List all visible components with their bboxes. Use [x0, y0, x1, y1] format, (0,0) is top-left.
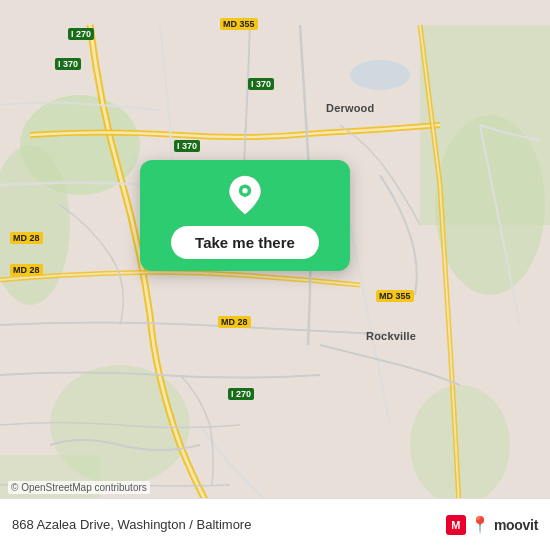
- bottom-bar: 868 Azalea Drive, Washington / Baltimore…: [0, 498, 550, 550]
- svg-point-4: [435, 115, 545, 295]
- i370-top-left-label: I 370: [55, 58, 81, 70]
- md28-left2-label: MD 28: [10, 264, 43, 276]
- take-me-there-button[interactable]: Take me there: [171, 226, 319, 259]
- popup-card: Take me there: [140, 160, 350, 271]
- moovit-brand-text: moovit: [494, 517, 538, 533]
- rockville-city-label: Rockville: [366, 330, 416, 342]
- address-text: 868 Azalea Drive, Washington / Baltimore: [12, 517, 251, 532]
- i370-top-right-label: I 370: [248, 78, 274, 90]
- map-container: I 270 MD 355 I 370 I 370 MD 28 MD 28 MD …: [0, 0, 550, 550]
- i270-top-label: I 270: [68, 28, 94, 40]
- svg-point-8: [350, 60, 410, 90]
- i370-mid-label: I 370: [174, 140, 200, 152]
- moovit-logo: M 📍 moovit: [446, 515, 538, 535]
- md355-top-label: MD 355: [220, 18, 258, 30]
- moovit-pin-icon: 📍: [470, 515, 490, 534]
- md355-right-label: MD 355: [376, 290, 414, 302]
- i270-bottom-label: I 270: [228, 388, 254, 400]
- location-pin-icon: [223, 174, 267, 218]
- svg-point-10: [242, 188, 247, 193]
- moovit-m-icon: M: [446, 515, 466, 535]
- md28-left-label: MD 28: [10, 232, 43, 244]
- derwood-city-label: Derwood: [326, 102, 374, 114]
- osm-attribution: © OpenStreetMap contributors: [8, 481, 150, 494]
- map-background: [0, 0, 550, 550]
- md28-center-label: MD 28: [218, 316, 251, 328]
